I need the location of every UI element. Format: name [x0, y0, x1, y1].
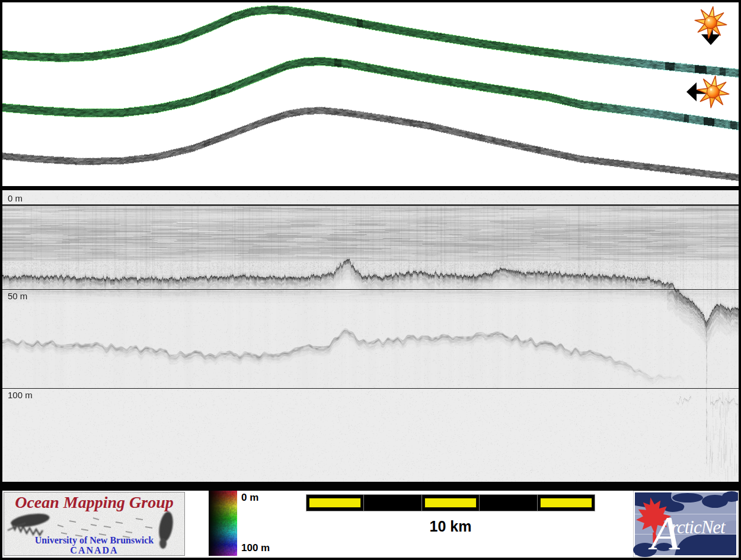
depth-label-50m: 50 m	[8, 292, 27, 301]
sidescan-tracks-image	[2, 2, 739, 186]
subbottom-echogram-image	[2, 190, 739, 482]
omg-university: University of New Brunswick	[4, 535, 184, 546]
scale-bar-segment	[538, 495, 595, 511]
omg-title: Ocean Mapping Group	[4, 493, 184, 512]
arcticnet-wordmark: rcticNet	[671, 517, 726, 537]
figure-root: 0 m 50 m 100 m	[0, 0, 741, 560]
footer-bar: Ocean Mapping Group University of New Br…	[2, 491, 739, 558]
scale-bar-label: 10 km	[306, 518, 595, 535]
scale-bar-segment	[364, 495, 421, 511]
depth-label-100m: 100 m	[8, 391, 33, 400]
omg-country: CANADA	[4, 545, 184, 556]
scale-bar-segment	[306, 495, 364, 511]
scale-bar	[306, 494, 595, 511]
scale-bar-segment	[422, 495, 480, 511]
scale-bar-segment	[480, 495, 537, 511]
omg-logo: Ocean Mapping Group University of New Br…	[4, 492, 185, 556]
arcticnet-logo: A rcticNet	[633, 491, 738, 557]
depth-colorbar	[209, 491, 237, 556]
colorbar-label-top: 0 m	[241, 492, 258, 504]
depth-label-0m: 0 m	[8, 194, 23, 203]
colorbar-label-bottom: 100 m	[241, 542, 270, 554]
track-map-panel	[2, 2, 739, 186]
echogram-panel: 0 m 50 m 100 m	[2, 190, 739, 482]
